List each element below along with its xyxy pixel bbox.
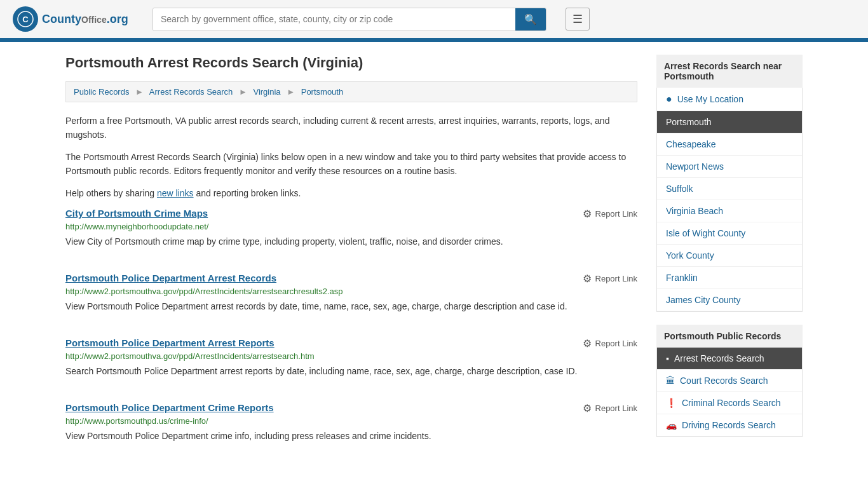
page-title: Portsmouth Arrest Records Search (Virgin… (65, 55, 637, 71)
result-title-2[interactable]: Portsmouth Police Department Arrest Reco… (65, 273, 276, 283)
report-icon-2: ⚙ (583, 273, 592, 285)
sidebar-link-virginia-beach[interactable]: Virginia Beach (657, 200, 802, 222)
search-button[interactable]: 🔍 (515, 8, 546, 30)
sidebar: Arrest Records Search near Portsmouth ● … (656, 55, 803, 467)
result-title-4[interactable]: Portsmouth Police Department Crime Repor… (65, 402, 274, 413)
intro-para3: Help others by sharing new links and rep… (65, 186, 637, 200)
result-url-1[interactable]: http://www.myneighborhoodupdate.net/ (65, 222, 637, 231)
result-header-1: City of Portsmouth Crime Maps ⚙ Report L… (65, 208, 637, 220)
sidebar-pub-court-link[interactable]: 🏛 Court Records Search (657, 370, 802, 391)
header: C CountyOffice.org 🔍 ☰ (0, 0, 868, 40)
result-item-4: Portsmouth Police Department Crime Repor… (65, 402, 637, 449)
sidebar-nearby-list: ● Use My Location Portsmouth Chesapeake … (656, 88, 803, 312)
breadcrumb: Public Records ► Arrest Records Search ►… (65, 81, 637, 102)
report-link-2[interactable]: ⚙ Report Link (583, 273, 637, 285)
sidebar-link-isle-of-wight[interactable]: Isle of Wight County (657, 222, 802, 244)
driving-icon: 🚗 (666, 420, 677, 430)
criminal-icon: ❗ (666, 398, 677, 408)
logo-area: C CountyOffice.org (13, 6, 140, 32)
sidebar-nearby-title: Arrest Records Search near Portsmouth (656, 55, 803, 88)
sidebar-link-franklin[interactable]: Franklin (657, 267, 802, 288)
result-desc-2: View Portsmouth Police Department arrest… (65, 300, 637, 313)
sidebar-link-chesapeake[interactable]: Chesapeake (657, 133, 802, 155)
sidebar-link-portsmouth[interactable]: Portsmouth (657, 111, 802, 133)
result-desc-1: View City of Portsmouth crime map by cri… (65, 235, 637, 248)
court-icon: 🏛 (666, 376, 675, 386)
svg-text:C: C (22, 15, 29, 24)
breadcrumb-virginia[interactable]: Virginia (253, 87, 280, 97)
sidebar-item-virginia-beach[interactable]: Virginia Beach (657, 200, 802, 222)
sidebar-pub-court[interactable]: 🏛 Court Records Search (657, 370, 802, 392)
search-input[interactable] (153, 8, 515, 30)
sidebar-pub-driving[interactable]: 🚗 Driving Records Search (657, 414, 802, 437)
sidebar-pub-criminal[interactable]: ❗ Criminal Records Search (657, 392, 802, 414)
intro-para2: The Portsmouth Arrest Records Search (Vi… (65, 150, 637, 179)
sidebar-item-franklin[interactable]: Franklin (657, 267, 802, 289)
sidebar-item-york-county[interactable]: York County (657, 245, 802, 267)
search-bar: 🔍 (153, 8, 546, 31)
result-header-4: Portsmouth Police Department Crime Repor… (65, 402, 637, 414)
breadcrumb-sep-2: ► (239, 87, 247, 97)
result-url-2[interactable]: http://www2.portsmouthva.gov/ppd/ArrestI… (65, 287, 637, 296)
location-icon: ● (666, 93, 672, 105)
breadcrumb-arrest-records[interactable]: Arrest Records Search (149, 87, 233, 97)
sidebar-item-newport-news[interactable]: Newport News (657, 156, 802, 178)
result-url-4[interactable]: http://www.portsmouthpd.us/crime-info/ (65, 416, 637, 426)
new-links-link[interactable]: new links (157, 188, 194, 198)
result-desc-3: Search Portsmouth Police Department arre… (65, 365, 637, 378)
sidebar-link-james-city[interactable]: James City County (657, 289, 802, 311)
sidebar-item-james-city[interactable]: James City County (657, 289, 802, 311)
hamburger-menu[interactable]: ☰ (566, 8, 590, 30)
result-desc-4: View Portsmouth Police Department crime … (65, 430, 637, 443)
intro-para1: Perform a free Portsmouth, VA public arr… (65, 114, 637, 142)
sidebar-item-portsmouth[interactable]: Portsmouth (657, 111, 802, 133)
use-location-link[interactable]: ● Use My Location (657, 88, 802, 111)
report-link-4[interactable]: ⚙ Report Link (583, 402, 637, 414)
result-item-2: Portsmouth Police Department Arrest Reco… (65, 273, 637, 320)
logo-icon: C (13, 6, 38, 32)
report-link-3[interactable]: ⚙ Report Link (583, 337, 637, 349)
sidebar-pub-records-title: Portsmouth Public Records (656, 325, 803, 348)
result-item-1: City of Portsmouth Crime Maps ⚙ Report L… (65, 208, 637, 255)
sidebar-pub-arrest-link[interactable]: ▪ Arrest Records Search (657, 348, 802, 369)
arrest-icon: ▪ (666, 353, 669, 363)
result-item-3: Portsmouth Police Department Arrest Repo… (65, 337, 637, 384)
report-icon-3: ⚙ (583, 337, 592, 349)
sidebar-pub-records-list: ▪ Arrest Records Search 🏛 Court Records … (656, 348, 803, 437)
sidebar-item-isle-of-wight[interactable]: Isle of Wight County (657, 222, 802, 245)
breadcrumb-sep-1: ► (135, 87, 144, 97)
result-header-3: Portsmouth Police Department Arrest Repo… (65, 337, 637, 349)
sidebar-item-suffolk[interactable]: Suffolk (657, 178, 802, 200)
breadcrumb-public-records[interactable]: Public Records (74, 87, 129, 97)
sidebar-link-suffolk[interactable]: Suffolk (657, 178, 802, 200)
result-title-1[interactable]: City of Portsmouth Crime Maps (65, 208, 208, 219)
sidebar-link-york-county[interactable]: York County (657, 245, 802, 266)
sidebar-pub-arrest[interactable]: ▪ Arrest Records Search (657, 348, 802, 370)
sidebar-pub-driving-link[interactable]: 🚗 Driving Records Search (657, 414, 802, 436)
report-icon-4: ⚙ (583, 402, 592, 414)
sidebar-pub-criminal-link[interactable]: ❗ Criminal Records Search (657, 392, 802, 414)
sidebar-link-newport-news[interactable]: Newport News (657, 156, 802, 177)
report-icon-1: ⚙ (583, 208, 592, 220)
breadcrumb-sep-3: ► (287, 87, 295, 97)
main-container: Portsmouth Arrest Records Search (Virgin… (53, 42, 815, 480)
breadcrumb-portsmouth[interactable]: Portsmouth (301, 87, 343, 97)
report-link-1[interactable]: ⚙ Report Link (583, 208, 637, 220)
sidebar-use-location[interactable]: ● Use My Location (657, 88, 802, 111)
logo-text: CountyOffice.org (42, 13, 128, 26)
result-url-3[interactable]: http://www2.portsmouthva.gov/ppd/ArrestI… (65, 351, 637, 361)
result-title-3[interactable]: Portsmouth Police Department Arrest Repo… (65, 337, 275, 348)
result-header-2: Portsmouth Police Department Arrest Reco… (65, 273, 637, 285)
results-list: City of Portsmouth Crime Maps ⚙ Report L… (65, 208, 637, 449)
main-content: Portsmouth Arrest Records Search (Virgin… (65, 55, 637, 467)
sidebar-item-chesapeake[interactable]: Chesapeake (657, 133, 802, 156)
